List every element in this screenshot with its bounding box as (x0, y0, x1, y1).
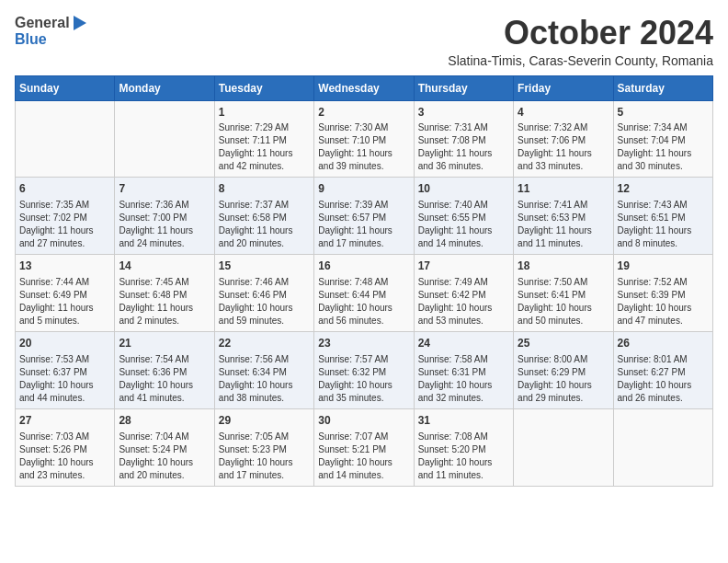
day-number: 29 (219, 413, 310, 429)
day-info: Sunrise: 7:57 AM Sunset: 6:32 PM Dayligh… (318, 353, 409, 405)
calendar-day-cell: 18Sunrise: 7:50 AM Sunset: 6:41 PM Dayli… (514, 255, 613, 332)
day-number: 25 (518, 336, 609, 351)
calendar-week-row: 20Sunrise: 7:53 AM Sunset: 6:37 PM Dayli… (16, 331, 713, 408)
calendar-day-cell: 9Sunrise: 7:39 AM Sunset: 6:57 PM Daylig… (314, 178, 414, 255)
day-number: 8 (219, 181, 310, 197)
day-number: 2 (318, 105, 409, 121)
calendar-day-cell: 11Sunrise: 7:41 AM Sunset: 6:53 PM Dayli… (514, 178, 613, 255)
day-info: Sunrise: 7:30 AM Sunset: 7:10 PM Dayligh… (318, 121, 409, 173)
day-number: 15 (219, 259, 310, 274)
logo-line1: General (15, 15, 86, 31)
calendar-day-cell: 17Sunrise: 7:49 AM Sunset: 6:42 PM Dayli… (414, 255, 513, 332)
day-number: 18 (518, 259, 609, 274)
day-info: Sunrise: 8:01 AM Sunset: 6:27 PM Dayligh… (618, 353, 709, 405)
day-info: Sunrise: 7:35 AM Sunset: 7:02 PM Dayligh… (19, 199, 110, 250)
day-number: 11 (518, 181, 609, 197)
day-info: Sunrise: 8:00 AM Sunset: 6:29 PM Dayligh… (518, 353, 609, 405)
day-info: Sunrise: 7:58 AM Sunset: 6:31 PM Dayligh… (418, 353, 509, 405)
calendar-day-cell: 14Sunrise: 7:45 AM Sunset: 6:48 PM Dayli… (115, 255, 214, 332)
calendar-day-cell: 15Sunrise: 7:46 AM Sunset: 6:46 PM Dayli… (214, 255, 313, 332)
calendar-day-cell: 28Sunrise: 7:04 AM Sunset: 5:24 PM Dayli… (115, 408, 214, 486)
logo-general-text: General (15, 15, 70, 31)
day-info: Sunrise: 7:41 AM Sunset: 6:53 PM Dayligh… (518, 199, 609, 250)
day-number: 23 (318, 336, 409, 351)
calendar-day-cell: 12Sunrise: 7:43 AM Sunset: 6:51 PM Dayli… (613, 178, 712, 255)
calendar-day-cell: 3Sunrise: 7:31 AM Sunset: 7:08 PM Daylig… (414, 100, 513, 178)
calendar-day-cell: 30Sunrise: 7:07 AM Sunset: 5:21 PM Dayli… (314, 408, 414, 486)
day-info: Sunrise: 7:45 AM Sunset: 6:48 PM Dayligh… (119, 276, 210, 327)
calendar-day-cell (115, 100, 214, 178)
logo: General Blue (15, 15, 86, 48)
calendar-day-cell: 19Sunrise: 7:52 AM Sunset: 6:39 PM Dayli… (613, 255, 712, 332)
calendar-day-cell: 2Sunrise: 7:30 AM Sunset: 7:10 PM Daylig… (314, 100, 414, 178)
calendar-table: SundayMondayTuesdayWednesdayThursdayFrid… (15, 75, 713, 487)
day-info: Sunrise: 7:44 AM Sunset: 6:49 PM Dayligh… (19, 276, 110, 327)
day-info: Sunrise: 7:37 AM Sunset: 6:58 PM Dayligh… (219, 199, 310, 250)
weekday-header-cell: Tuesday (214, 75, 313, 100)
day-number: 17 (418, 259, 509, 274)
day-number: 27 (19, 413, 110, 429)
day-info: Sunrise: 7:39 AM Sunset: 6:57 PM Dayligh… (318, 199, 409, 250)
logo-line2: Blue (15, 31, 86, 48)
day-info: Sunrise: 7:43 AM Sunset: 6:51 PM Dayligh… (618, 199, 709, 250)
calendar-day-cell: 13Sunrise: 7:44 AM Sunset: 6:49 PM Dayli… (16, 255, 115, 332)
month-title: October 2024 (448, 15, 713, 52)
calendar-day-cell: 16Sunrise: 7:48 AM Sunset: 6:44 PM Dayli… (314, 255, 414, 332)
weekday-header-cell: Sunday (16, 75, 115, 100)
calendar-day-cell: 31Sunrise: 7:08 AM Sunset: 5:20 PM Dayli… (414, 408, 513, 486)
day-number: 21 (119, 336, 210, 351)
day-info: Sunrise: 7:34 AM Sunset: 7:04 PM Dayligh… (618, 121, 709, 173)
day-info: Sunrise: 7:36 AM Sunset: 7:00 PM Dayligh… (119, 199, 210, 250)
day-info: Sunrise: 7:46 AM Sunset: 6:46 PM Dayligh… (219, 276, 310, 327)
calendar-day-cell: 4Sunrise: 7:32 AM Sunset: 7:06 PM Daylig… (514, 100, 613, 178)
day-info: Sunrise: 7:29 AM Sunset: 7:11 PM Dayligh… (219, 121, 310, 173)
weekday-header-cell: Wednesday (314, 75, 414, 100)
weekday-header-cell: Thursday (414, 75, 513, 100)
day-number: 10 (418, 181, 509, 197)
day-number: 20 (19, 336, 110, 351)
calendar-day-cell: 20Sunrise: 7:53 AM Sunset: 6:37 PM Dayli… (16, 331, 115, 408)
day-number: 3 (418, 105, 509, 121)
calendar-body: 1Sunrise: 7:29 AM Sunset: 7:11 PM Daylig… (16, 100, 713, 486)
weekday-header-row: SundayMondayTuesdayWednesdayThursdayFrid… (16, 75, 713, 100)
weekday-header-cell: Saturday (613, 75, 712, 100)
weekday-header-cell: Friday (514, 75, 613, 100)
logo-arrow-icon (74, 16, 86, 30)
day-number: 26 (618, 336, 709, 351)
day-info: Sunrise: 7:05 AM Sunset: 5:23 PM Dayligh… (219, 431, 310, 482)
day-number: 12 (618, 181, 709, 197)
day-info: Sunrise: 7:53 AM Sunset: 6:37 PM Dayligh… (19, 353, 110, 405)
day-info: Sunrise: 7:03 AM Sunset: 5:26 PM Dayligh… (19, 431, 110, 482)
day-info: Sunrise: 7:07 AM Sunset: 5:21 PM Dayligh… (318, 431, 409, 482)
day-number: 28 (119, 413, 210, 429)
day-number: 5 (618, 105, 709, 121)
subtitle: Slatina-Timis, Caras-Severin County, Rom… (448, 53, 713, 68)
calendar-day-cell: 8Sunrise: 7:37 AM Sunset: 6:58 PM Daylig… (214, 178, 313, 255)
calendar-day-cell: 27Sunrise: 7:03 AM Sunset: 5:26 PM Dayli… (16, 408, 115, 486)
calendar-day-cell: 1Sunrise: 7:29 AM Sunset: 7:11 PM Daylig… (214, 100, 313, 178)
day-info: Sunrise: 7:50 AM Sunset: 6:41 PM Dayligh… (518, 276, 609, 327)
calendar-day-cell: 22Sunrise: 7:56 AM Sunset: 6:34 PM Dayli… (214, 331, 313, 408)
day-number: 7 (119, 181, 210, 197)
title-block: October 2024 Slatina-Timis, Caras-Severi… (448, 15, 713, 68)
calendar-day-cell: 10Sunrise: 7:40 AM Sunset: 6:55 PM Dayli… (414, 178, 513, 255)
day-info: Sunrise: 7:31 AM Sunset: 7:08 PM Dayligh… (418, 121, 509, 173)
day-info: Sunrise: 7:56 AM Sunset: 6:34 PM Dayligh… (219, 353, 310, 405)
calendar-day-cell: 25Sunrise: 8:00 AM Sunset: 6:29 PM Dayli… (514, 331, 613, 408)
day-info: Sunrise: 7:52 AM Sunset: 6:39 PM Dayligh… (618, 276, 709, 327)
calendar-day-cell: 21Sunrise: 7:54 AM Sunset: 6:36 PM Dayli… (115, 331, 214, 408)
day-number: 19 (618, 259, 709, 274)
calendar-day-cell: 5Sunrise: 7:34 AM Sunset: 7:04 PM Daylig… (613, 100, 712, 178)
calendar-day-cell: 26Sunrise: 8:01 AM Sunset: 6:27 PM Dayli… (613, 331, 712, 408)
day-info: Sunrise: 7:32 AM Sunset: 7:06 PM Dayligh… (518, 121, 609, 173)
calendar-week-row: 27Sunrise: 7:03 AM Sunset: 5:26 PM Dayli… (16, 408, 713, 486)
calendar-week-row: 13Sunrise: 7:44 AM Sunset: 6:49 PM Dayli… (16, 255, 713, 332)
day-info: Sunrise: 7:08 AM Sunset: 5:20 PM Dayligh… (418, 431, 509, 482)
day-info: Sunrise: 7:40 AM Sunset: 6:55 PM Dayligh… (418, 199, 509, 250)
day-info: Sunrise: 7:48 AM Sunset: 6:44 PM Dayligh… (318, 276, 409, 327)
day-info: Sunrise: 7:04 AM Sunset: 5:24 PM Dayligh… (119, 431, 210, 482)
day-number: 9 (318, 181, 409, 197)
calendar-day-cell (514, 408, 613, 486)
day-number: 6 (19, 181, 110, 197)
day-number: 16 (318, 259, 409, 274)
